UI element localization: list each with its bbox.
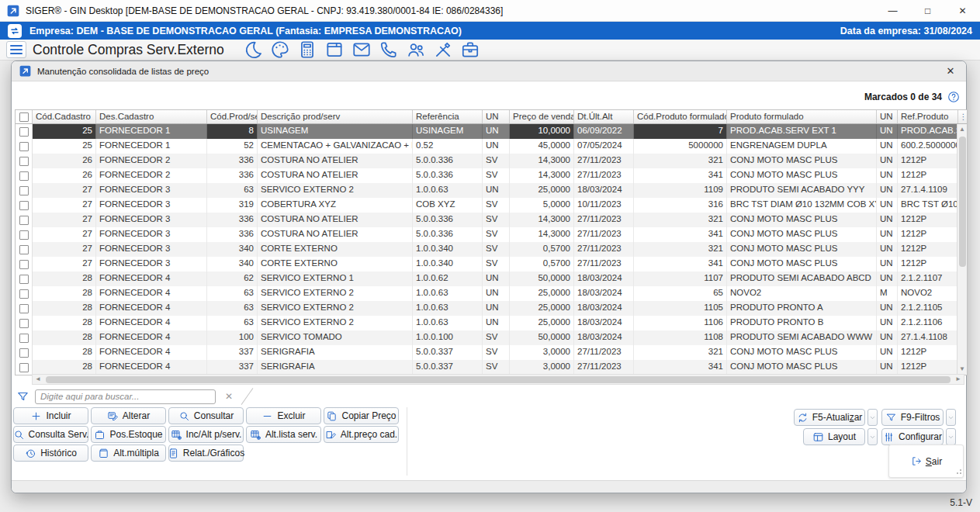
excluir-button[interactable]: Excluir bbox=[246, 407, 321, 424]
table-row[interactable]: 28FORNECEDOR 4337SERIGRAFIA5.0.0.337SV3,… bbox=[16, 345, 967, 360]
column-header[interactable]: UN bbox=[877, 110, 898, 123]
alt-multipla-button[interactable]: Alt.múltipla bbox=[91, 445, 166, 462]
layout-dropdown[interactable] bbox=[867, 428, 878, 445]
row-checkbox[interactable] bbox=[19, 348, 29, 358]
table-row[interactable]: 28FORNECEDOR 462SERVICO EXTERNO 11.0.0.6… bbox=[16, 272, 967, 286]
column-header[interactable]: Produto formulado bbox=[727, 110, 877, 123]
notes-icon[interactable] bbox=[324, 40, 345, 60]
column-header[interactable]: Cód.Prod/serv bbox=[207, 110, 258, 123]
search-input[interactable] bbox=[35, 389, 216, 404]
copiar-preco-button[interactable]: Copiar Preço bbox=[324, 407, 399, 424]
row-checkbox[interactable] bbox=[19, 319, 29, 328]
column-header[interactable]: Referência bbox=[413, 110, 483, 123]
row-checkbox[interactable] bbox=[19, 171, 29, 181]
scroll-right-button[interactable]: ► bbox=[953, 375, 964, 384]
mail-icon[interactable] bbox=[351, 40, 372, 60]
sair-button[interactable]: Sair bbox=[910, 455, 942, 467]
row-checkbox[interactable] bbox=[19, 157, 29, 166]
column-header[interactable]: Ref.Produto bbox=[898, 110, 958, 123]
table-row[interactable]: 26FORNECEDOR 2336COSTURA NO ATELIER5.0.0… bbox=[16, 168, 967, 183]
row-checkbox[interactable] bbox=[19, 216, 29, 225]
configurar-dropdown[interactable] bbox=[946, 428, 956, 445]
column-header[interactable]: Cód.Produto formulado bbox=[634, 110, 727, 123]
dialog-titlebar[interactable]: Manutenção consolidada de listas de preç… bbox=[12, 61, 966, 81]
consultar-button[interactable]: Consultar bbox=[168, 407, 244, 424]
h-scroll-thumb[interactable] bbox=[46, 376, 951, 383]
configurar-button[interactable]: Configurar bbox=[881, 428, 944, 445]
calculator-icon[interactable] bbox=[297, 40, 317, 60]
table-row[interactable]: 28FORNECEDOR 4100SERVICO TOMADO1.0.0.100… bbox=[16, 330, 967, 345]
table-row[interactable]: 28FORNECEDOR 463SERVICO EXTERNO 21.0.0.6… bbox=[16, 286, 967, 301]
column-header[interactable]: Preço de venda bbox=[510, 110, 574, 123]
scroll-up-button[interactable]: ▲ bbox=[957, 124, 967, 135]
dialog-close-button[interactable]: ✕ bbox=[935, 61, 966, 81]
column-header[interactable]: Descrição prod/serv bbox=[258, 110, 413, 123]
resize-grip[interactable] bbox=[955, 469, 961, 476]
table-row[interactable]: 27FORNECEDOR 3336COSTURA NO ATELIER5.0.0… bbox=[16, 213, 967, 227]
filter-icon[interactable] bbox=[16, 390, 29, 403]
f5-atualizar-button[interactable]: F5-Atualizar bbox=[794, 409, 865, 426]
row-checkbox[interactable] bbox=[19, 304, 29, 313]
incluir-button[interactable]: Incluir bbox=[13, 407, 88, 424]
alt-lista-serv-button[interactable]: Alt.lista serv. bbox=[246, 426, 321, 443]
briefcase-icon[interactable] bbox=[460, 40, 480, 60]
maximize-button[interactable]: □ bbox=[910, 0, 945, 21]
column-header[interactable]: Des.Cadastro bbox=[96, 110, 207, 123]
row-checkbox[interactable] bbox=[19, 230, 29, 240]
phone-icon[interactable] bbox=[379, 40, 399, 60]
column-options-button[interactable]: ⋮ bbox=[958, 110, 968, 123]
row-checkbox[interactable] bbox=[19, 363, 29, 372]
table-cell: 27 bbox=[33, 227, 96, 242]
table-row[interactable]: 25FORNECEDOR 18USINAGEMUSINAGEMUN10,0000… bbox=[16, 124, 967, 139]
row-checkbox[interactable] bbox=[19, 201, 29, 210]
moon-icon[interactable] bbox=[243, 40, 263, 60]
clear-search-button[interactable]: ✕ bbox=[225, 391, 233, 402]
pos-estoque-button[interactable]: Pos.Estoque bbox=[91, 426, 166, 443]
f5-atualizar-dropdown[interactable] bbox=[867, 409, 878, 426]
tools-icon[interactable] bbox=[433, 40, 453, 60]
f9-filtros-dropdown[interactable] bbox=[946, 409, 956, 426]
inc-alt-p-serv-button[interactable]: Inc/Alt p/serv. bbox=[168, 426, 244, 443]
select-all-checkbox[interactable] bbox=[19, 112, 29, 122]
table-row[interactable]: 27FORNECEDOR 363SERVICO EXTERNO 21.0.0.6… bbox=[16, 183, 967, 198]
f9-filtros-button[interactable]: F9-Filtros bbox=[881, 409, 944, 426]
layout-button[interactable]: Layout bbox=[803, 428, 865, 445]
h-scrollbar[interactable]: ◄ ► bbox=[32, 374, 964, 385]
alterar-button[interactable]: Alterar bbox=[91, 407, 166, 424]
table-row[interactable]: 27FORNECEDOR 3340CORTE EXTERNO1.0.0.340S… bbox=[16, 257, 967, 272]
column-header[interactable]: UN bbox=[483, 110, 510, 123]
consulta-serv-button[interactable]: Consulta Serv. bbox=[13, 426, 88, 443]
table-row[interactable]: 27FORNECEDOR 3340CORTE EXTERNO1.0.0.340S… bbox=[16, 242, 967, 257]
table-row[interactable]: 25FORNECEDOR 152CEMENTACAO + GALVANIZACA… bbox=[16, 139, 967, 154]
table-row[interactable]: 28FORNECEDOR 463SERVICO EXTERNO 21.0.0.6… bbox=[16, 316, 967, 330]
row-checkbox[interactable] bbox=[19, 142, 29, 151]
table-row[interactable]: 28FORNECEDOR 463SERVICO EXTERNO 21.0.0.6… bbox=[16, 301, 967, 316]
v-scrollbar[interactable]: ▲ ▼ bbox=[957, 124, 967, 375]
table-row[interactable]: 26FORNECEDOR 2336COSTURA NO ATELIER5.0.0… bbox=[16, 154, 967, 168]
scroll-down-button[interactable]: ▼ bbox=[957, 364, 967, 375]
table-row[interactable]: 27FORNECEDOR 3319COBERTURA XYZCOB XYZSV5… bbox=[16, 198, 967, 213]
palette-icon[interactable] bbox=[270, 40, 290, 60]
close-button[interactable]: ✕ bbox=[945, 0, 980, 21]
relat-graficos-button[interactable]: Relat./Gráficos bbox=[168, 445, 244, 462]
column-header[interactable]: Cód.Cadastro bbox=[33, 110, 96, 123]
row-checkbox[interactable] bbox=[19, 186, 29, 195]
minimize-button[interactable]: — bbox=[875, 0, 910, 21]
help-icon[interactable] bbox=[947, 91, 960, 103]
row-checkbox[interactable] bbox=[19, 127, 29, 137]
row-checkbox[interactable] bbox=[19, 275, 29, 284]
row-checkbox[interactable] bbox=[19, 334, 29, 343]
row-checkbox[interactable] bbox=[19, 289, 29, 299]
table-row[interactable]: 28FORNECEDOR 4337SERIGRAFIA5.0.0.337SV3,… bbox=[16, 360, 967, 375]
column-header[interactable]: Dt.Últ.Alt bbox=[574, 110, 634, 123]
row-checkbox[interactable] bbox=[19, 260, 29, 269]
scroll-left-button[interactable]: ◄ bbox=[33, 375, 43, 384]
historico-button[interactable]: Histórico bbox=[13, 445, 88, 462]
alt-preco-cad-button[interactable]: Alt.preço cad. bbox=[324, 426, 399, 443]
people-icon[interactable] bbox=[406, 40, 426, 60]
v-scroll-thumb[interactable] bbox=[959, 137, 966, 267]
row-checkbox[interactable] bbox=[19, 245, 29, 254]
header-checkbox-cell[interactable] bbox=[16, 110, 33, 123]
table-row[interactable]: 27FORNECEDOR 3336COSTURA NO ATELIER5.0.0… bbox=[16, 227, 967, 242]
menu-button[interactable] bbox=[6, 41, 26, 58]
